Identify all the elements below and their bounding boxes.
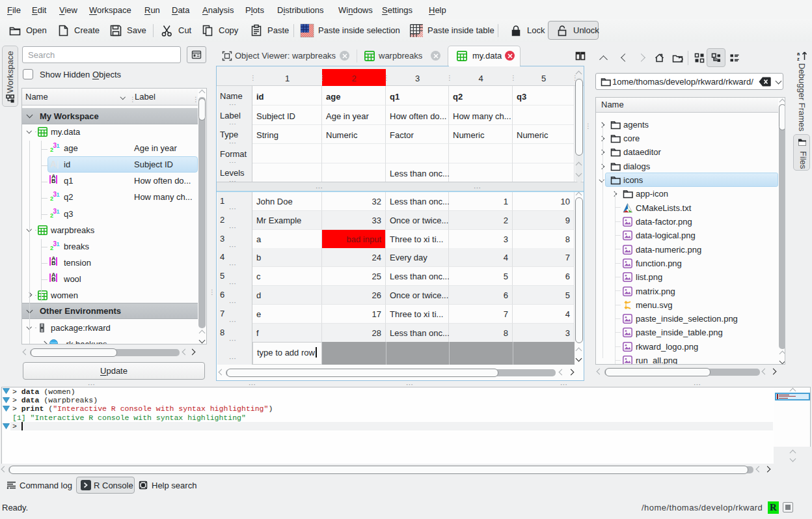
svg-text:z: z [797,56,800,61]
